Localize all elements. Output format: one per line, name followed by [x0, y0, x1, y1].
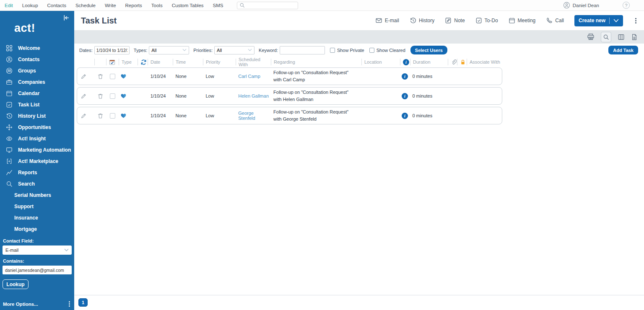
more-options[interactable]: More Options... — [0, 300, 74, 310]
history-action[interactable]: History — [410, 17, 434, 24]
sidebar-item-label: Task List — [18, 102, 39, 108]
col-priority[interactable]: Priority — [203, 59, 236, 65]
edit-pencil-icon[interactable] — [77, 113, 95, 119]
col-date[interactable]: Date — [148, 59, 173, 65]
export-xls-icon[interactable] — [631, 34, 638, 41]
sidebar-item-mortgage[interactable]: Mortgage — [0, 223, 74, 235]
delete-trash-icon[interactable] — [95, 113, 106, 119]
task-row[interactable]: 1/10/24 None Low Helen Gallman Follow-up… — [77, 87, 502, 105]
header-calendar-check-icon[interactable] — [106, 59, 119, 65]
row-select-checkbox[interactable] — [106, 93, 119, 99]
scheduled-with-link[interactable]: George Stenfeld — [236, 111, 271, 121]
sidebar-item-history-list[interactable]: History List — [0, 110, 74, 121]
col-scheduled-with[interactable]: Scheduled With — [236, 59, 271, 65]
sidebar-item-insurance[interactable]: Insurance — [0, 212, 74, 223]
col-attachment-paperclip-icon[interactable] — [448, 59, 457, 65]
delete-trash-icon[interactable] — [95, 73, 106, 80]
menu-tools[interactable]: Tools — [147, 3, 167, 8]
checkbox-icon[interactable] — [330, 48, 335, 53]
meeting-action[interactable]: Meeting — [509, 17, 536, 24]
sidebar-item-marketing-automation[interactable]: Marketing Automation — [0, 144, 74, 155]
email-action[interactable]: E-mail — [375, 17, 399, 24]
global-search-input[interactable] — [247, 3, 306, 8]
call-action[interactable]: Call — [546, 17, 564, 24]
col-details-info-icon[interactable] — [400, 59, 410, 65]
types-select[interactable]: All — [149, 46, 189, 54]
sidebar-item-welcome[interactable]: Welcome — [0, 42, 74, 54]
sidebar-item-act-insight[interactable]: Act! Insight — [0, 133, 74, 144]
columns-icon[interactable] — [618, 34, 625, 41]
lookup-button[interactable]: Lookup — [3, 279, 29, 289]
show-private-checkbox[interactable]: Show Private — [330, 48, 364, 53]
task-row[interactable]: 1/10/24 None Low Carl Camp Follow-up on … — [77, 67, 502, 85]
details-info-icon[interactable] — [400, 113, 410, 119]
details-info-icon[interactable] — [400, 93, 410, 99]
priorities-select[interactable]: All — [214, 46, 254, 54]
list-search-button[interactable] — [601, 32, 611, 42]
sidebar-item-serial-numbers[interactable]: Serial Numbers — [0, 189, 74, 201]
sidebar-item-task-list[interactable]: Task List — [0, 99, 74, 110]
chevron-down-icon — [248, 49, 252, 52]
col-location[interactable]: Location — [361, 59, 400, 65]
contains-input[interactable] — [3, 266, 72, 274]
sidebar-collapse-icon[interactable] — [62, 14, 70, 22]
sidebar-item-reports[interactable]: Reports — [0, 167, 74, 178]
delete-trash-icon[interactable] — [95, 93, 106, 99]
sidebar-item-calendar[interactable]: Calendar — [0, 88, 74, 99]
todo-action[interactable]: To-Do — [475, 17, 498, 24]
print-icon[interactable] — [587, 33, 595, 41]
menu-schedule[interactable]: Schedule — [71, 3, 100, 8]
checkbox-icon[interactable] — [110, 74, 115, 79]
row-select-checkbox[interactable] — [106, 113, 119, 119]
menu-custom-tables[interactable]: Custom Tables — [167, 3, 208, 8]
sidebar-item-act-marketplace[interactable]: Act! Marketplace — [0, 155, 74, 167]
create-new-button[interactable]: Create new — [574, 15, 623, 26]
global-search-box[interactable] — [237, 2, 298, 9]
col-associate-with[interactable]: Associate With — [467, 59, 502, 65]
user-menu[interactable]: Daniel Dean — [563, 2, 599, 9]
menu-sms[interactable]: SMS — [208, 3, 228, 8]
contact-field-select[interactable]: E-mail — [3, 245, 72, 255]
add-task-button[interactable]: Add Task — [608, 46, 638, 54]
chevron-down-icon[interactable] — [613, 19, 619, 23]
menu-lookup[interactable]: Lookup — [18, 3, 43, 8]
edit-pencil-icon[interactable] — [77, 93, 95, 99]
sidebar-item-contacts[interactable]: Contacts — [0, 54, 74, 65]
header-kebab-icon[interactable] — [634, 17, 637, 24]
col-private-lock-icon[interactable] — [457, 59, 467, 65]
task-row[interactable]: 1/10/24 None Low George Stenfeld Follow-… — [77, 107, 502, 124]
help-icon[interactable] — [623, 2, 630, 9]
sub-item-label: Insurance — [14, 215, 38, 221]
more-options-kebab-icon[interactable] — [68, 300, 71, 307]
keyword-input[interactable] — [280, 46, 325, 54]
checkbox-icon[interactable] — [110, 93, 115, 99]
details-info-icon[interactable] — [400, 73, 410, 80]
sidebar-item-groups[interactable]: Groups — [0, 65, 74, 76]
topbar-right: Daniel Dean — [563, 2, 644, 9]
col-duration[interactable]: Duration — [410, 59, 448, 65]
row-select-checkbox[interactable] — [106, 74, 119, 79]
select-users-button[interactable]: Select Users — [410, 46, 447, 54]
dates-input[interactable] — [94, 46, 130, 54]
edit-pencil-icon[interactable] — [77, 73, 95, 80]
scheduled-with-link[interactable]: Helen Gallman — [236, 93, 271, 98]
checkbox-icon[interactable] — [110, 113, 115, 119]
col-regarding[interactable]: Regarding — [271, 59, 361, 65]
note-action[interactable]: Note — [445, 17, 465, 24]
todo-check-icon — [475, 17, 482, 24]
col-type[interactable]: Type — [119, 59, 138, 65]
scheduled-with-link[interactable]: Carl Camp — [236, 74, 271, 79]
menu-write[interactable]: Write — [100, 3, 121, 8]
sidebar-item-companies[interactable]: Companies — [0, 76, 74, 88]
checkbox-icon[interactable] — [369, 48, 374, 53]
show-cleared-checkbox[interactable]: Show Cleared — [369, 48, 405, 53]
col-time[interactable]: Time — [173, 59, 203, 65]
menu-reports[interactable]: Reports — [121, 3, 147, 8]
refresh-icon[interactable] — [138, 59, 148, 65]
sidebar-item-opportunities[interactable]: Opportunities — [0, 121, 74, 133]
menu-edit[interactable]: Edit — [0, 3, 18, 8]
menu-contacts[interactable]: Contacts — [43, 3, 71, 8]
page-number-button[interactable]: 1 — [78, 298, 88, 307]
sidebar-item-support[interactable]: Support — [0, 201, 74, 212]
sidebar-item-search[interactable]: Search — [0, 178, 74, 189]
